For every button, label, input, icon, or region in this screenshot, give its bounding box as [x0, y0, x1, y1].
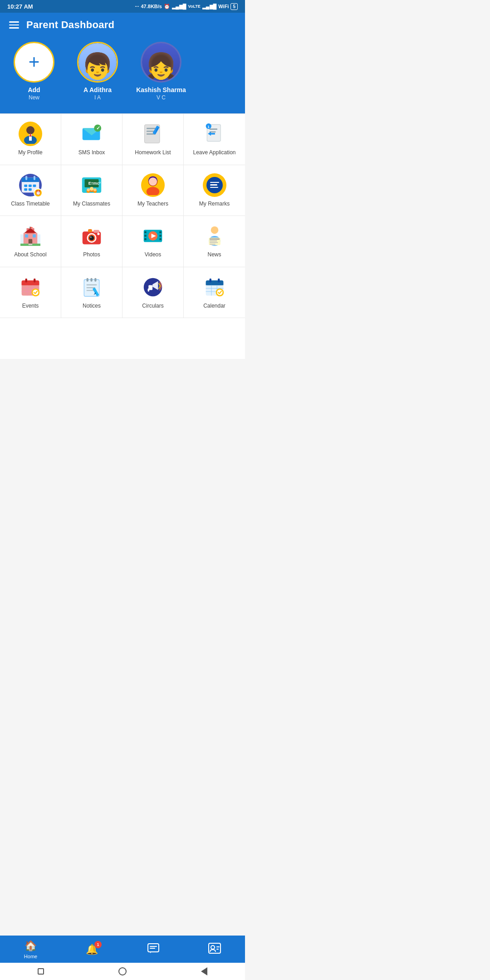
svg-rect-18 — [211, 133, 215, 135]
menu-item-videos[interactable]: Videos — [122, 216, 184, 267]
menu-label-photos: Photos — [83, 251, 100, 259]
svg-rect-15 — [209, 128, 217, 130]
svg-rect-47 — [25, 235, 28, 238]
menu-label-news: News — [207, 251, 221, 259]
menu-label-calendar: Calendar — [203, 303, 225, 310]
svg-rect-90 — [87, 278, 88, 282]
svg-rect-63 — [144, 235, 146, 237]
add-student-button[interactable]: + Add New — [9, 42, 59, 101]
classmates-icon: E=mc² — [80, 173, 103, 197]
videos-icon — [141, 224, 165, 248]
student-profile-kashish[interactable]: Kashish Sharma V C — [136, 42, 186, 101]
svg-text:E=mc²: E=mc² — [88, 181, 101, 186]
spacer — [0, 318, 245, 359]
svg-rect-81 — [34, 278, 35, 282]
status-wifi: WiFi — [218, 4, 229, 9]
svg-point-41 — [149, 177, 157, 186]
status-battery: 5 — [230, 3, 238, 10]
menu-label-my-profile: My Profile — [18, 149, 42, 157]
svg-text:1: 1 — [207, 125, 210, 129]
svg-rect-64 — [144, 238, 146, 240]
student-profile-adithra[interactable]: A Adithra I A — [73, 42, 122, 101]
circulars-icon — [141, 275, 165, 299]
profile-icon — [19, 122, 42, 146]
add-label-name: Add — [28, 86, 40, 93]
menu-item-sms-inbox[interactable]: ✓ SMS Inbox — [61, 114, 122, 165]
svg-rect-25 — [24, 184, 27, 187]
avatar-kashish — [141, 42, 181, 83]
photos-icon — [80, 224, 103, 248]
svg-rect-101 — [148, 288, 150, 291]
homework-icon — [141, 122, 165, 146]
svg-point-36 — [87, 188, 90, 191]
menu-item-my-teachers[interactable]: My Teachers — [122, 165, 184, 216]
menu-grid: My Profile ✓ SMS Inbox — [0, 113, 245, 318]
avatar-img-adithra — [78, 43, 117, 81]
page-title: Parent Dashboard — [26, 19, 114, 31]
about-school-icon — [19, 224, 42, 248]
menu-button[interactable] — [9, 21, 19, 29]
svg-rect-27 — [33, 184, 36, 187]
svg-rect-28 — [24, 188, 27, 191]
svg-rect-92 — [94, 278, 96, 282]
svg-marker-52 — [30, 227, 34, 228]
student-name-adithra: A Adithra — [83, 86, 112, 93]
status-time: 10:27 AM — [7, 3, 33, 10]
svg-rect-62 — [144, 231, 146, 233]
status-signal1: ▂▄▆█ — [172, 4, 186, 10]
svg-rect-105 — [209, 278, 211, 282]
menu-item-class-timetable[interactable]: ⏰ Class Timetable — [0, 165, 61, 216]
menu-item-notices[interactable]: Notices — [61, 267, 122, 318]
svg-point-57 — [90, 236, 92, 238]
menu-label-my-teachers: My Teachers — [137, 201, 168, 208]
svg-rect-65 — [159, 231, 161, 233]
svg-point-40 — [147, 186, 159, 195]
menu-item-about-school[interactable]: About School — [0, 216, 61, 267]
menu-item-calendar[interactable]: Calendar — [184, 267, 245, 318]
svg-point-38 — [93, 188, 97, 191]
menu-item-photos[interactable]: Photos — [61, 216, 122, 267]
menu-item-news[interactable]: News — [184, 216, 245, 267]
svg-rect-73 — [210, 239, 220, 240]
add-label-sub: New — [29, 94, 39, 101]
menu-label-notices: Notices — [83, 303, 101, 310]
svg-rect-22 — [22, 177, 39, 182]
menu-label-homework-list: Homework List — [135, 149, 171, 157]
student-class-kashish: V C — [157, 94, 166, 101]
svg-rect-50 — [29, 244, 32, 245]
status-volte: VoLTE — [188, 4, 201, 9]
menu-label-sms-inbox: SMS Inbox — [78, 149, 105, 157]
menu-label-my-classmates: My Classmates — [73, 201, 110, 208]
student-name-kashish: Kashish Sharma — [136, 86, 186, 93]
menu-label-videos: Videos — [145, 251, 161, 259]
svg-rect-26 — [29, 184, 32, 187]
svg-rect-58 — [88, 229, 92, 232]
menu-item-my-remarks[interactable]: My Remarks — [184, 165, 245, 216]
avatar-adithra — [77, 42, 118, 83]
svg-point-56 — [89, 235, 94, 240]
menu-item-my-classmates[interactable]: E=mc² My Classmates — [61, 165, 122, 216]
menu-item-leave-application[interactable]: 1 Leave Application — [184, 114, 245, 165]
status-dots: ··· — [135, 4, 139, 9]
svg-rect-79 — [22, 284, 39, 285]
svg-rect-75 — [210, 242, 218, 243]
student-class-adithra: I A — [94, 94, 101, 101]
menu-item-circulars[interactable]: Circulars — [122, 267, 184, 318]
svg-point-60 — [97, 233, 99, 235]
svg-rect-66 — [159, 235, 161, 237]
svg-point-70 — [211, 226, 218, 234]
svg-rect-74 — [210, 240, 217, 241]
svg-rect-24 — [34, 176, 35, 180]
status-speed: 47.8KB/s — [141, 4, 162, 9]
menu-label-circulars: Circulars — [142, 303, 163, 310]
avatar-img-kashish — [142, 43, 180, 81]
menu-item-events[interactable]: Events — [0, 267, 61, 318]
menu-item-homework-list[interactable]: Homework List — [122, 114, 184, 165]
status-signal2: ▂▄▆█ — [202, 4, 217, 10]
add-icon: + — [29, 53, 40, 72]
menu-label-class-timetable: Class Timetable — [11, 201, 49, 208]
menu-label-leave-application: Leave Application — [193, 149, 235, 157]
svg-rect-104 — [206, 284, 223, 285]
menu-item-my-profile[interactable]: My Profile — [0, 114, 61, 165]
add-avatar: + — [14, 42, 54, 83]
